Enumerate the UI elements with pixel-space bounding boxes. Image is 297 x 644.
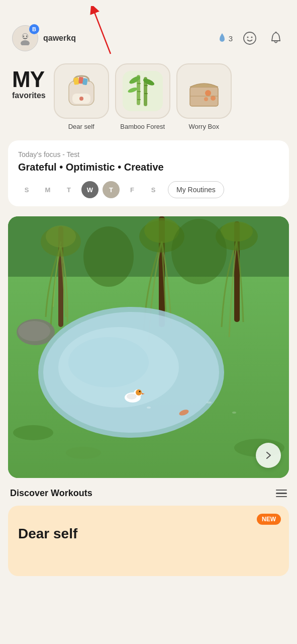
garden-bg	[8, 216, 289, 478]
favorites-cards: Dear self	[54, 63, 285, 130]
svg-point-57	[147, 407, 151, 409]
header: B qawerkq 3	[0, 0, 297, 59]
svg-point-59	[232, 412, 236, 414]
garden-next-button[interactable]	[256, 443, 281, 468]
discover-header: Discover Workouts	[8, 488, 289, 499]
discover-menu-icon[interactable]	[276, 490, 287, 498]
day-saturday[interactable]: S	[145, 181, 162, 198]
svg-point-60	[13, 425, 53, 440]
my-routines-button[interactable]: My Routines	[168, 181, 224, 198]
fav-card-dear-self[interactable]: Dear self	[54, 63, 109, 130]
fav-card-dear-self-label: Dear self	[68, 123, 94, 130]
svg-point-55	[139, 391, 141, 392]
garden-svg	[8, 216, 289, 478]
focus-subtitle: Today's focus - Test	[18, 150, 279, 158]
garden-scene	[8, 216, 289, 478]
svg-point-2	[21, 40, 30, 45]
svg-point-12	[79, 97, 83, 101]
svg-point-8	[251, 37, 253, 38]
day-tuesday[interactable]: T	[60, 181, 77, 198]
fav-card-dear-self-img	[54, 63, 109, 119]
my-label: MY	[12, 68, 46, 91]
day-sunday[interactable]: S	[18, 181, 35, 198]
svg-rect-22	[144, 85, 148, 86]
username-label: qawerkq	[43, 34, 213, 43]
svg-rect-19	[137, 91, 141, 92]
fav-card-worry-box-label: Worry Box	[188, 123, 219, 130]
svg-point-50	[68, 337, 149, 387]
svg-point-54	[136, 389, 142, 395]
svg-point-42	[221, 221, 253, 242]
avatar-badge: B	[29, 24, 39, 34]
favorites-label: favorites	[12, 92, 46, 100]
my-favorites-section: MY favorites	[0, 59, 297, 140]
svg-point-58	[207, 401, 212, 404]
svg-point-31	[204, 97, 208, 101]
svg-point-5	[26, 36, 27, 37]
day-monday[interactable]: M	[39, 181, 56, 198]
mood-button[interactable]	[241, 29, 259, 47]
fav-card-worry-box-img	[176, 63, 232, 119]
day-wednesday[interactable]: W	[81, 181, 98, 198]
svg-point-43	[83, 226, 134, 287]
menu-line-2	[276, 493, 287, 494]
svg-rect-20	[137, 99, 141, 100]
drops-count: 3	[229, 34, 233, 43]
svg-rect-13	[73, 77, 79, 85]
menu-line-1	[276, 490, 287, 491]
svg-point-46	[18, 321, 50, 341]
focus-moods: Grateful • Optimistic • Creative	[18, 162, 279, 173]
svg-point-29	[205, 90, 211, 96]
avatar-wrap[interactable]: B	[12, 25, 38, 51]
svg-point-36	[46, 225, 76, 248]
fav-card-bamboo[interactable]: Bamboo Forest	[115, 63, 170, 130]
new-badge: NEW	[257, 514, 281, 525]
my-favorites-label: MY favorites	[12, 63, 46, 100]
svg-rect-18	[137, 83, 141, 84]
dear-self-card-title: Dear self	[18, 526, 279, 542]
fav-card-bamboo-label: Bamboo Forest	[120, 123, 165, 130]
focus-card: Today's focus - Test Grateful • Optimist…	[8, 140, 289, 206]
dear-self-discover-card[interactable]: NEW Dear self	[8, 506, 289, 576]
drops-indicator[interactable]: 3	[218, 32, 233, 44]
fav-card-worry-box[interactable]: Worry Box	[176, 63, 232, 130]
day-friday[interactable]: F	[124, 181, 141, 198]
svg-point-6	[244, 32, 256, 44]
days-row: S M T W T F S My Routines	[18, 181, 279, 198]
svg-point-7	[247, 37, 249, 38]
day-thursday[interactable]: T	[103, 181, 120, 198]
svg-point-56	[127, 393, 137, 399]
svg-point-4	[23, 36, 24, 37]
svg-rect-23	[144, 93, 148, 94]
notification-button[interactable]	[267, 29, 285, 47]
header-icons: 3	[218, 29, 285, 47]
svg-point-62	[66, 447, 101, 459]
fav-card-bamboo-img	[115, 63, 170, 119]
svg-point-44	[171, 219, 227, 284]
discover-section: Discover Workouts NEW Dear self	[0, 488, 297, 586]
discover-title: Discover Workouts	[10, 488, 92, 499]
menu-line-3	[276, 496, 287, 498]
